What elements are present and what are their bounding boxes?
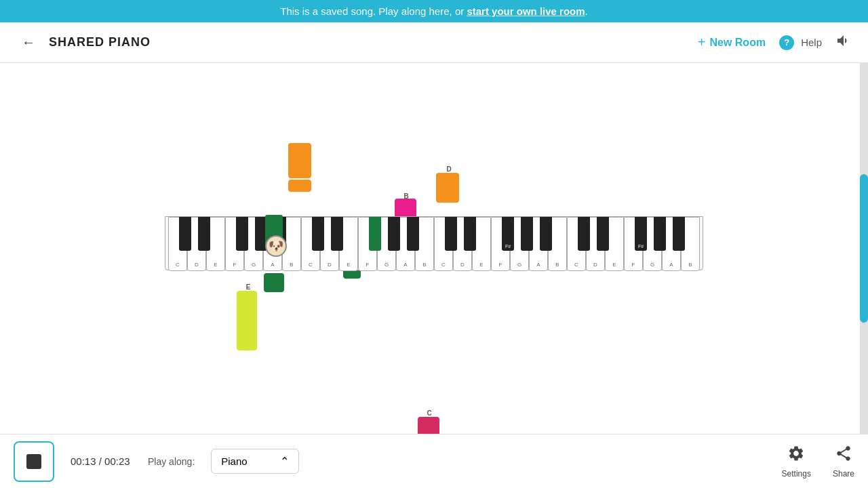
- key-fs4[interactable]: F#: [635, 217, 647, 251]
- key-cs4[interactable]: [578, 217, 590, 251]
- banner-suffix: .: [585, 5, 588, 17]
- key-as4[interactable]: [673, 217, 685, 251]
- app: This is a saved song. Play along here, o…: [0, 0, 868, 488]
- note-block-c-red-far: [418, 417, 439, 434]
- settings-icon: [787, 445, 805, 466]
- key-cs3[interactable]: [445, 217, 457, 251]
- banner: This is a saved song. Play along here, o…: [0, 0, 868, 22]
- settings-action[interactable]: Settings: [782, 445, 811, 479]
- main-area: D B G F# 🐶 C D E F: [0, 63, 868, 434]
- scrollbar-thumb[interactable]: [860, 174, 868, 323]
- header: ← SHARED PIANO + New Room ? Help: [0, 22, 868, 63]
- key-fs3[interactable]: F#: [502, 217, 514, 251]
- key-cs2[interactable]: [312, 217, 324, 251]
- new-room-button[interactable]: + New Room: [698, 35, 766, 50]
- key-fs2[interactable]: [369, 217, 381, 251]
- key-ds3[interactable]: [464, 217, 476, 251]
- time-current: 00:13: [71, 455, 96, 467]
- note-block-d-orange: [436, 173, 459, 203]
- note-block-orange-top: [288, 143, 311, 178]
- chevron-up-icon: ⌃: [280, 455, 289, 468]
- note-block-c-label-far: C: [419, 407, 439, 417]
- key-gs2[interactable]: [388, 217, 400, 251]
- play-along-label: Play along:: [148, 456, 195, 467]
- question-icon: ?: [779, 35, 794, 50]
- instrument-selector[interactable]: Piano ⌃: [211, 449, 299, 474]
- header-actions: + New Room ? Help: [698, 33, 852, 52]
- volume-button[interactable]: [835, 33, 852, 52]
- share-action[interactable]: Share: [833, 445, 854, 479]
- stop-button[interactable]: [14, 441, 54, 482]
- note-block-d-label: D: [439, 163, 459, 173]
- note-block-g-green-below: [264, 273, 284, 292]
- key-fs1[interactable]: [236, 217, 248, 251]
- plus-icon: +: [698, 35, 706, 50]
- time-display: 00:13 / 00:23: [71, 455, 132, 467]
- avatar: 🐶: [265, 235, 287, 257]
- help-button[interactable]: ? Help: [779, 35, 822, 50]
- piano-keyboard[interactable]: C D E F G A B C D E F G: [165, 216, 703, 270]
- key-cs1[interactable]: [179, 217, 191, 251]
- scrollbar[interactable]: [860, 63, 868, 434]
- time-total: 00:23: [104, 455, 130, 467]
- new-room-label: New Room: [709, 37, 766, 49]
- settings-label: Settings: [782, 469, 811, 479]
- share-icon: [835, 445, 852, 466]
- help-label: Help: [801, 37, 822, 48]
- note-block-e-label-below: E: [238, 281, 258, 291]
- banner-text: This is a saved song. Play along here, o…: [280, 5, 467, 17]
- bottom-bar: 00:13 / 00:23 Play along: Piano ⌃ Settin…: [0, 434, 868, 488]
- key-as3[interactable]: [540, 217, 552, 251]
- share-label: Share: [833, 469, 854, 479]
- key-ds4[interactable]: [597, 217, 609, 251]
- time-separator: /: [99, 455, 104, 467]
- key-as2[interactable]: [407, 217, 419, 251]
- bottom-right-actions: Settings Share: [782, 445, 854, 479]
- key-ds2[interactable]: [331, 217, 343, 251]
- back-button[interactable]: ←: [16, 30, 41, 55]
- stop-icon: [26, 454, 41, 469]
- key-gs4[interactable]: [654, 217, 666, 251]
- key-ds1[interactable]: [198, 217, 210, 251]
- note-block-e-yellow: [237, 291, 257, 350]
- page-title: SHARED PIANO: [49, 35, 698, 49]
- note-block-orange-small-top: [288, 180, 311, 192]
- banner-link[interactable]: start your own live room: [467, 5, 585, 17]
- key-gs3[interactable]: [521, 217, 533, 251]
- piano-wrapper: 🐶 C D E F G A B C D: [165, 216, 703, 270]
- instrument-name: Piano: [221, 455, 247, 467]
